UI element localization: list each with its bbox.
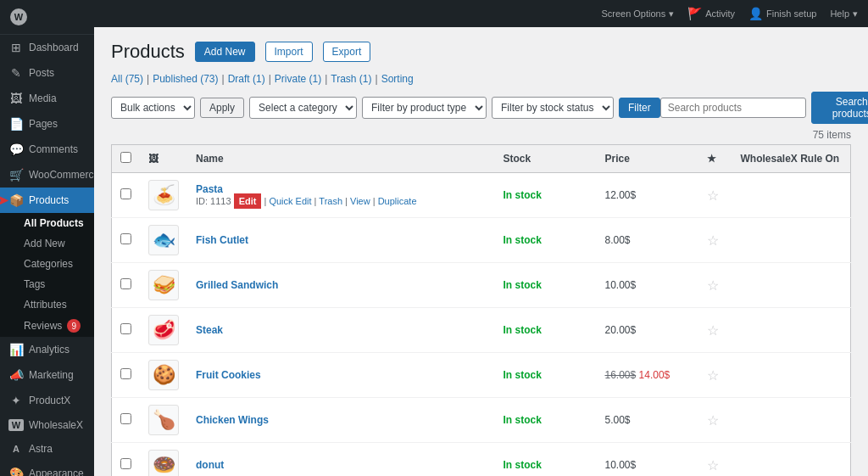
row-star-cell: ☆ [698, 173, 732, 218]
submenu-categories[interactable]: Categories [0, 254, 94, 274]
filter-button[interactable]: Filter [619, 98, 660, 118]
page-title: Products [111, 41, 185, 63]
sidebar-item-comments[interactable]: 💬 Comments [0, 137, 94, 162]
row-stock-cell: In stock [495, 218, 597, 263]
star-icon[interactable]: ☆ [707, 413, 719, 428]
table-row: 🍝 Pasta ID: 1113 Edit | Quick Edit | Tra… [112, 173, 851, 218]
product-type-select[interactable]: Filter by product type [362, 97, 487, 119]
page-header: Products Add New Import Export [111, 41, 851, 63]
product-thumbnail: 🍩 [148, 450, 179, 476]
screen-options-label: Screen Options [601, 8, 665, 19]
sidebar-item-label: WholesaleX [29, 419, 83, 431]
sidebar-item-productx[interactable]: ✦ ProductX [0, 388, 94, 413]
tab-draft[interactable]: Draft (1) [228, 73, 265, 85]
category-select[interactable]: Select a category [249, 97, 357, 119]
sidebar-item-analytics[interactable]: 📊 Analytics [0, 337, 94, 362]
header-image-col: 🖼 [140, 145, 187, 173]
sidebar-item-appearance[interactable]: 🎨 Appearance [0, 461, 94, 476]
sidebar-item-dashboard[interactable]: ⊞ Dashboard [0, 35, 94, 60]
product-name-link[interactable]: donut [196, 459, 224, 471]
edit-link[interactable]: Edit [234, 193, 262, 209]
wholesalex-icon: W [8, 419, 24, 431]
submenu-all-products[interactable]: All Products [0, 213, 94, 233]
stock-status: In stock [504, 324, 542, 336]
header-name-col[interactable]: Name [187, 145, 495, 173]
help-btn[interactable]: Help ▾ [830, 8, 858, 20]
product-name-link[interactable]: Chicken Wings [196, 414, 269, 426]
activity-btn[interactable]: 🚩 Activity [687, 7, 735, 20]
select-all-checkbox[interactable] [120, 152, 131, 163]
table-row: 🥩 Steak Edit | Quick Edit | Trash | View… [112, 308, 851, 353]
sidebar-item-marketing[interactable]: 📣 Marketing [0, 362, 94, 388]
row-wholesale-cell [732, 263, 851, 308]
search-products-button[interactable]: Search products [811, 92, 868, 124]
star-icon[interactable]: ☆ [707, 323, 719, 338]
sidebar-logo[interactable]: W [0, 0, 94, 35]
original-price: 16.00$ [605, 369, 637, 381]
content-area: Products Add New Import Export All (75) … [94, 27, 868, 476]
sidebar-item-woocommerce[interactable]: 🛒 WooCommerce [0, 162, 94, 188]
star-icon[interactable]: ☆ [707, 233, 719, 248]
star-icon[interactable]: ☆ [707, 278, 719, 293]
stock-status: In stock [504, 414, 542, 426]
tab-all[interactable]: All (75) [111, 73, 143, 85]
sidebar-item-products[interactable]: 📦 Products ➤ [0, 188, 94, 213]
product-name-link[interactable]: Pasta [196, 183, 223, 195]
row-checkbox[interactable] [120, 278, 131, 289]
product-name-link[interactable]: Grilled Sandwich [196, 279, 278, 291]
import-button[interactable]: Import [265, 42, 313, 62]
row-checkbox[interactable] [120, 323, 131, 334]
product-name-link[interactable]: Fruit Cookies [196, 369, 261, 381]
product-id: ID: 1113 [196, 196, 234, 206]
row-stock-cell: In stock [495, 443, 597, 477]
tab-private[interactable]: Private (1) [275, 73, 321, 85]
sidebar-item-pages[interactable]: 📄 Pages [0, 111, 94, 137]
activity-label: Activity [705, 8, 735, 19]
row-checkbox[interactable] [120, 413, 131, 424]
screen-options-btn[interactable]: Screen Options ▾ [601, 8, 674, 20]
product-name-link[interactable]: Steak [196, 324, 223, 336]
search-input[interactable] [660, 98, 806, 118]
star-icon[interactable]: ☆ [707, 188, 719, 203]
row-checkbox[interactable] [120, 233, 131, 244]
image-icon: 🖼 [148, 153, 159, 165]
sidebar-item-media[interactable]: 🖼 Media [0, 86, 94, 111]
submenu-add-new[interactable]: Add New [0, 233, 94, 254]
stock-status-select[interactable]: Filter by stock status [492, 97, 614, 119]
finish-setup-btn[interactable]: 👤 Finish setup [748, 7, 816, 20]
duplicate-link[interactable]: Duplicate [378, 196, 417, 206]
tab-published[interactable]: Published (73) [153, 73, 218, 85]
row-price-cell: 8.00$ [597, 218, 698, 263]
stock-status: In stock [504, 279, 542, 291]
submenu-reviews[interactable]: Reviews 9 [0, 315, 94, 337]
bulk-actions-select[interactable]: Bulk actions [111, 97, 195, 119]
row-star-cell: ☆ [698, 263, 732, 308]
posts-icon: ✎ [8, 66, 24, 80]
product-thumbnail: 🥪 [148, 270, 179, 300]
product-name-link[interactable]: Fish Cutlet [196, 234, 248, 246]
star-icon[interactable]: ☆ [707, 368, 719, 383]
view-link[interactable]: View [350, 196, 370, 206]
sidebar-item-astra[interactable]: A Astra [0, 437, 94, 461]
row-stock-cell: In stock [495, 353, 597, 398]
sidebar-item-posts[interactable]: ✎ Posts [0, 60, 94, 86]
sidebar-item-wholesalex[interactable]: W WholesaleX [0, 413, 94, 437]
tab-sorting[interactable]: Sorting [381, 73, 414, 85]
row-checkbox[interactable] [120, 188, 131, 199]
apply-button[interactable]: Apply [200, 98, 244, 118]
trash-link[interactable]: Trash [319, 196, 342, 206]
header-star-col[interactable]: ★ [698, 145, 732, 173]
quick-edit-link[interactable]: Quick Edit [269, 196, 311, 206]
row-checkbox[interactable] [120, 458, 131, 469]
export-button[interactable]: Export [323, 42, 371, 62]
price: 10.00$ [605, 459, 637, 471]
activity-icon: 🚩 [687, 7, 702, 20]
tab-trash[interactable]: Trash (1) [331, 73, 371, 85]
header-wholesale-col: WholesaleX Rule On [732, 145, 851, 173]
submenu-tags[interactable]: Tags [0, 274, 94, 294]
star-icon[interactable]: ☆ [707, 458, 719, 473]
row-star-cell: ☆ [698, 353, 732, 398]
row-checkbox[interactable] [120, 368, 131, 379]
add-new-button[interactable]: Add New [195, 42, 255, 62]
submenu-attributes[interactable]: Attributes [0, 294, 94, 315]
